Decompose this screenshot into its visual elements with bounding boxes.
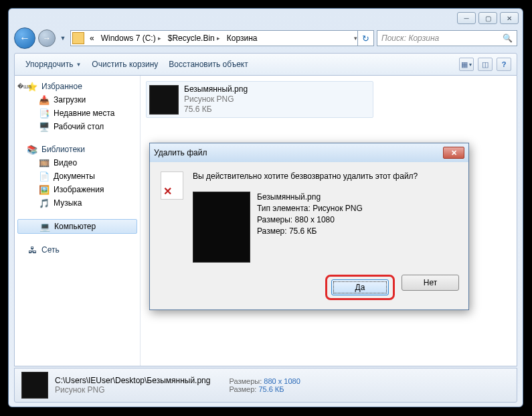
breadcrumb-chevron[interactable]: « bbox=[86, 33, 97, 43]
titlebar: ─ ▢ ✕ bbox=[9, 9, 523, 27]
breadcrumb[interactable]: « Windows 7 (C:)▸ $Recycle.Bin▸ Корзина … bbox=[70, 30, 374, 46]
address-bar: ← → ▼ « Windows 7 (C:)▸ $Recycle.Bin▸ Ко… bbox=[14, 27, 517, 49]
view-button[interactable]: ▦▾ bbox=[459, 58, 474, 71]
sidebar-item-music[interactable]: 🎵Музыка bbox=[15, 196, 140, 210]
network-icon: 🖧 bbox=[27, 245, 37, 255]
breadcrumb-seg[interactable]: Windows 7 (C:)▸ bbox=[97, 33, 164, 43]
breadcrumb-seg[interactable]: $Recycle.Bin▸ bbox=[164, 33, 223, 43]
dim-value: 880 x 1080 bbox=[264, 377, 300, 385]
file-thumbnail bbox=[149, 85, 179, 115]
file-name: Безымянный.png bbox=[184, 84, 248, 94]
details-path: C:\Users\IEUser\Desktop\Безымянный.png bbox=[55, 376, 210, 385]
sidebar-item-downloads[interactable]: 📥Загрузки bbox=[15, 93, 140, 107]
dim-label: Размеры: bbox=[229, 377, 262, 385]
file-size: 75.6 КБ bbox=[184, 105, 248, 115]
favorites-header[interactable]: �ша⭐Избранное bbox=[15, 80, 140, 93]
dialog-close-button[interactable]: ✕ bbox=[443, 147, 464, 159]
yes-button-highlight: Да bbox=[325, 275, 395, 300]
navigation-pane: �ша⭐Избранное 📥Загрузки 📑Недавние места … bbox=[15, 76, 141, 366]
minimize-button[interactable]: ─ bbox=[457, 12, 476, 24]
dialog-file-name: Безымянный.png bbox=[257, 192, 363, 203]
preview-pane-button[interactable]: ◫ bbox=[478, 58, 493, 71]
search-input[interactable]: Поиск: Корзина 🔍 bbox=[377, 30, 517, 46]
sidebar-item-videos[interactable]: 🎞️Видео bbox=[15, 156, 140, 169]
video-icon: 🎞️ bbox=[39, 157, 50, 168]
libraries-icon: 📚 bbox=[27, 144, 37, 155]
sidebar-item-documents[interactable]: 📄Документы bbox=[15, 169, 140, 183]
nav-back-button[interactable]: ← bbox=[14, 27, 35, 49]
music-icon: 🎵 bbox=[39, 198, 50, 208]
yes-button[interactable]: Да bbox=[331, 279, 389, 295]
search-icon: 🔍 bbox=[503, 33, 513, 43]
sidebar-item-recent[interactable]: 📑Недавние места bbox=[15, 107, 140, 120]
restore-button[interactable]: Восстановить объект bbox=[163, 57, 253, 72]
nav-history-dropdown[interactable]: ▼ bbox=[58, 35, 68, 42]
network-header[interactable]: 🖧Сеть bbox=[15, 243, 140, 257]
details-pane: C:\Users\IEUser\Desktop\Безымянный.png Р… bbox=[14, 368, 517, 403]
libraries-header[interactable]: 📚Библиотеки bbox=[15, 143, 140, 156]
refresh-button[interactable]: ↻ bbox=[357, 30, 373, 46]
sidebar-item-pictures[interactable]: 🖼️Изображения bbox=[15, 183, 140, 196]
sidebar-item-computer[interactable]: 💻Компьютер bbox=[17, 219, 137, 234]
dialog-file-size: Размер: 75.6 КБ bbox=[257, 226, 363, 237]
details-thumbnail bbox=[21, 372, 48, 399]
size-label: Размер: bbox=[229, 385, 256, 393]
empty-recycle-button[interactable]: Очистить корзину bbox=[86, 57, 163, 72]
explorer-window: ─ ▢ ✕ ← → ▼ « Windows 7 (C:)▸ $Recycle.B… bbox=[8, 8, 523, 407]
dialog-file-type: Тип элемента: Рисунок PNG bbox=[257, 203, 363, 214]
dialog-file-thumbnail bbox=[193, 192, 250, 263]
delete-file-icon bbox=[161, 171, 183, 200]
dialog-message: Вы действительно хотите безвозвратно уда… bbox=[193, 171, 458, 188]
file-item[interactable]: Безымянный.png Рисунок PNG 75.6 КБ bbox=[146, 81, 373, 118]
file-type: Рисунок PNG bbox=[184, 94, 248, 105]
details-type: Рисунок PNG bbox=[55, 385, 210, 395]
dialog-titlebar[interactable]: Удалить файл ✕ bbox=[150, 143, 468, 162]
maximize-button[interactable]: ▢ bbox=[478, 12, 497, 24]
document-icon: 📄 bbox=[39, 171, 50, 182]
downloads-icon: 📥 bbox=[39, 94, 50, 105]
sidebar-item-desktop[interactable]: 🖥️Рабочий стол bbox=[15, 120, 140, 133]
toolbar: Упорядочить▼ Очистить корзину Восстанови… bbox=[14, 53, 517, 76]
size-value: 75.6 КБ bbox=[258, 385, 284, 393]
nav-forward-button[interactable]: → bbox=[38, 29, 56, 47]
breadcrumb-seg[interactable]: Корзина bbox=[223, 33, 260, 43]
computer-icon: 💻 bbox=[39, 221, 50, 232]
no-button[interactable]: Нет bbox=[402, 275, 459, 291]
delete-confirmation-dialog: Удалить файл ✕ Вы действительно хотите б… bbox=[149, 143, 469, 310]
help-button[interactable]: ? bbox=[497, 58, 511, 71]
picture-icon: 🖼️ bbox=[39, 184, 50, 195]
folder-icon bbox=[72, 32, 84, 44]
dialog-file-dimensions: Размеры: 880 x 1080 bbox=[257, 214, 363, 226]
desktop-icon: 🖥️ bbox=[39, 121, 50, 132]
recent-icon: 📑 bbox=[39, 108, 50, 119]
dialog-title: Удалить файл bbox=[154, 148, 207, 157]
close-button[interactable]: ✕ bbox=[500, 12, 519, 24]
search-placeholder: Поиск: Корзина bbox=[381, 33, 439, 43]
organize-button[interactable]: Упорядочить▼ bbox=[20, 57, 86, 72]
